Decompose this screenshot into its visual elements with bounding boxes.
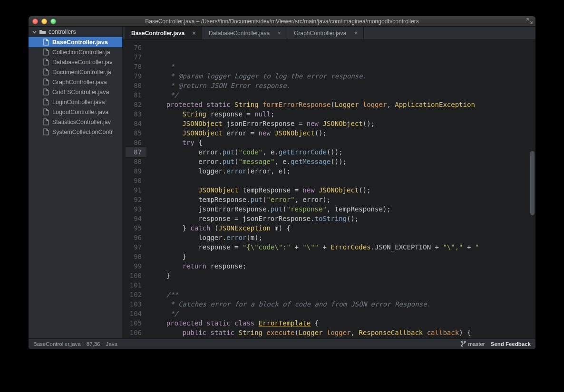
editor-tab[interactable]: BaseController.java× [125, 27, 202, 39]
sidebar-item[interactable]: DocumentController.ja [29, 67, 122, 77]
window-title: BaseController.java – /Users/finn/Docume… [29, 16, 535, 27]
code-line[interactable]: protected static String formErrorRespons… [150, 100, 535, 109]
file-icon [43, 108, 49, 115]
editor[interactable]: 7677787980818283848586878889909192939495… [123, 40, 535, 338]
sidebar-item[interactable]: LoginController.java [29, 97, 122, 107]
code-line[interactable] [150, 280, 535, 290]
code-line[interactable]: error.put("message", e.getMessage()); [150, 157, 535, 166]
sidebar-item-label: LoginController.java [52, 99, 105, 105]
file-icon [43, 78, 49, 86]
code-line[interactable]: return response; [150, 261, 535, 271]
minimize-icon[interactable] [41, 19, 47, 24]
code-line[interactable]: * @return JSON Error response. [150, 81, 535, 90]
file-icon [43, 38, 49, 46]
titlebar[interactable]: BaseController.java – /Users/finn/Docume… [29, 16, 535, 27]
sidebar-item-label: GraphController.java [52, 79, 107, 86]
status-language[interactable]: Java [106, 341, 117, 347]
file-icon [43, 118, 49, 125]
svg-point-2 [462, 345, 463, 346]
code-line[interactable]: logger.error(error, e); [150, 166, 535, 176]
code-line[interactable]: String response = null; [150, 109, 535, 119]
sidebar-item-label: LogoutController.java [52, 109, 108, 115]
svg-point-0 [462, 341, 463, 343]
code-line[interactable]: tempResponse.put("error", error); [150, 195, 535, 204]
file-icon [43, 128, 49, 135]
sidebar-item-label: DocumentController.ja [52, 69, 111, 76]
code-line[interactable] [150, 176, 535, 185]
traffic-lights [29, 19, 56, 24]
code-line[interactable]: jsonErrorResponse.put("response", tempRe… [150, 204, 535, 214]
file-icon [43, 98, 49, 105]
file-icon [43, 68, 49, 76]
code-line[interactable]: protected static class ErrorTemplate { [150, 318, 535, 328]
code-line[interactable]: * [150, 62, 535, 71]
code-line[interactable]: */ [150, 90, 535, 100]
code-line[interactable]: JSONObject error = new JSONObject(); [150, 128, 535, 138]
tab-label: BaseController.java [131, 30, 185, 37]
code-line[interactable]: error.put("code", e.getErrorCode()); [150, 147, 535, 157]
sidebar-item[interactable]: BaseController.java [29, 37, 122, 47]
chevron-down-icon[interactable] [32, 30, 37, 34]
tab-label: GraphController.java [294, 30, 346, 37]
sidebar-item[interactable]: SystemCollectionContr [29, 127, 122, 137]
scrollbar-thumb[interactable] [530, 151, 535, 216]
sidebar: controllers BaseController.javaCollectio… [29, 27, 123, 338]
git-branch[interactable]: master [461, 341, 485, 347]
status-position[interactable]: 87,36 [87, 341, 100, 347]
code-line[interactable]: } catch (JSONException m) { [150, 223, 535, 233]
sidebar-item[interactable]: CollectionController.ja [29, 47, 122, 57]
branch-name: master [468, 341, 485, 347]
code-line[interactable]: } [150, 271, 535, 280]
sidebar-item-label: SystemCollectionContr [52, 129, 113, 135]
code-line[interactable]: JSONObject jsonErrorResponse = new JSONO… [150, 119, 535, 128]
sidebar-item-label: CollectionController.ja [52, 49, 110, 56]
sidebar-root[interactable]: controllers [29, 27, 122, 37]
file-icon [43, 48, 49, 56]
file-icon [43, 88, 49, 96]
close-icon[interactable] [32, 19, 38, 24]
sidebar-item[interactable]: DatabaseController.jav [29, 57, 122, 67]
zoom-icon[interactable] [50, 19, 56, 24]
editor-area: BaseController.java×DatabaseController.j… [123, 27, 535, 338]
code-line[interactable]: * @param logger Logger to log the error … [150, 71, 535, 81]
window-body: controllers BaseController.javaCollectio… [29, 27, 535, 338]
code-line[interactable]: return execute(logger, callback, true); [150, 337, 535, 338]
sidebar-item-label: GridFSController.java [52, 89, 109, 96]
sidebar-root-label: controllers [49, 29, 76, 35]
sidebar-item[interactable]: StatisticsController.jav [29, 117, 122, 127]
sidebar-item[interactable]: GridFSController.java [29, 87, 122, 97]
file-icon [43, 58, 49, 66]
sidebar-item[interactable]: GraphController.java [29, 77, 122, 87]
gutter: 7677787980818283848586878889909192939495… [123, 40, 146, 338]
send-feedback-link[interactable]: Send Feedback [491, 341, 531, 347]
svg-point-1 [464, 341, 466, 343]
close-icon[interactable]: × [353, 30, 359, 37]
code-line[interactable]: /** [150, 290, 535, 299]
fullscreen-icon[interactable] [526, 18, 533, 24]
code-line[interactable]: JSONObject tempResponse = new JSONObject… [150, 185, 535, 195]
sidebar-item-label: StatisticsController.jav [52, 119, 111, 125]
code-line[interactable]: public static String execute(Logger logg… [150, 328, 535, 337]
app-window: BaseController.java – /Users/finn/Docume… [29, 16, 535, 349]
tab-label: DatabaseController.java [209, 30, 270, 37]
folder-icon [39, 29, 46, 35]
editor-tab[interactable]: GraphController.java× [287, 27, 364, 39]
code-view[interactable]: * * @param logger Logger to log the erro… [146, 40, 535, 338]
code-line[interactable]: try { [150, 138, 535, 147]
vertical-scrollbar[interactable] [530, 43, 535, 335]
sidebar-item[interactable]: LogoutController.java [29, 107, 122, 117]
branch-icon [461, 341, 466, 347]
code-line[interactable]: response = "{\"code\":" + "\"" + ErrorCo… [150, 242, 535, 252]
code-line[interactable]: logger.error(m); [150, 233, 535, 242]
close-icon[interactable]: × [276, 30, 282, 37]
sidebar-item-label: BaseController.java [52, 39, 108, 46]
close-icon[interactable]: × [191, 30, 197, 37]
code-line[interactable]: } [150, 252, 535, 261]
status-filename[interactable]: BaseController.java [33, 341, 81, 347]
code-line[interactable]: */ [150, 309, 535, 318]
tabbar: BaseController.java×DatabaseController.j… [123, 27, 535, 40]
sidebar-item-label: DatabaseController.jav [52, 59, 112, 66]
editor-tab[interactable]: DatabaseController.java× [202, 27, 287, 39]
code-line[interactable]: * Catches error for a block of code and … [150, 299, 535, 309]
code-line[interactable]: response = jsonErrorResponse.toString(); [150, 214, 535, 223]
